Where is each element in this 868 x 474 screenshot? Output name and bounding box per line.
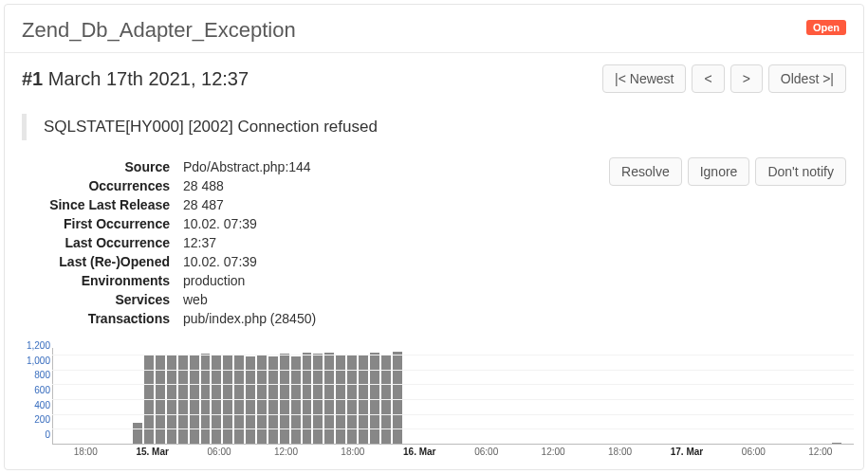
chart-xtick: 12:00 (808, 447, 832, 457)
value-services: web (183, 290, 208, 309)
chart-bar (359, 355, 368, 444)
chart-ytick: 800 (34, 370, 50, 380)
occurrence-chart: 02004006008001,0001,20018:0015. Mar06:00… (14, 348, 854, 462)
error-message: SQLSTATE[HY000] [2002] Connection refuse… (22, 114, 846, 140)
label-environments: Environments (22, 271, 183, 290)
value-transactions: pub/index.php (28450) (183, 309, 316, 328)
chart-xtick: 18:00 (608, 447, 632, 457)
chart-bar (268, 356, 278, 444)
detail-table: SourcePdo/Abstract.php:144 Occurrences28… (22, 157, 316, 328)
chart-bar (291, 356, 301, 444)
occurrence-number: #1 (22, 68, 43, 89)
chart-ytick: 600 (34, 384, 50, 394)
prev-button[interactable]: < (692, 64, 724, 93)
chart-bar (313, 354, 323, 444)
chart-bar (201, 354, 211, 444)
chart-bar (178, 356, 188, 444)
chart-bar (234, 355, 244, 444)
occurrence-datetime: March 17th 2021, 12:37 (48, 68, 249, 89)
chart-xtick: 18:00 (341, 447, 364, 457)
label-last-reopened: Last (Re-)Opened (22, 252, 183, 271)
chart-xtick: 06:00 (208, 447, 231, 457)
value-last-reopened: 10.02. 07:39 (183, 252, 257, 271)
chart-bar (257, 355, 267, 444)
chart-bars (53, 348, 854, 444)
chart-xtick-major: 16. Mar (403, 447, 435, 457)
value-since-last-release: 28 487 (183, 195, 224, 214)
label-source: Source (22, 157, 183, 176)
title-bar: Zend_Db_Adapter_Exception Open (5, 5, 863, 52)
chart-xtick-major: 15. Mar (136, 447, 168, 457)
chart-bar (347, 355, 357, 444)
occurrence-nav: |< Newest < > Oldest >| (602, 64, 846, 93)
detail-row: SourcePdo/Abstract.php:144 Occurrences28… (5, 157, 863, 328)
chart-bar (212, 356, 221, 444)
chart-ytick: 1,200 (27, 339, 50, 350)
next-button[interactable]: > (730, 64, 763, 93)
chart-ytick: 1,000 (27, 355, 50, 365)
chart-bar (393, 352, 402, 444)
label-services: Services (22, 290, 183, 309)
chart-xtick: 12:00 (274, 447, 298, 457)
chart-bar (381, 355, 391, 444)
chart-bar (144, 356, 154, 444)
chart-bar (190, 356, 199, 444)
value-source: Pdo/Abstract.php:144 (183, 157, 311, 176)
chart-bar (246, 356, 255, 444)
label-since-last-release: Since Last Release (22, 195, 183, 214)
newest-button[interactable]: |< Newest (602, 64, 686, 93)
label-transactions: Transactions (22, 309, 183, 328)
chart-xtick: 06:00 (474, 447, 498, 457)
value-environments: production (183, 271, 245, 290)
chart-bar (832, 443, 841, 444)
chart-bar (156, 356, 165, 444)
value-last-occurrence: 12:37 (183, 233, 216, 252)
occurrence-title: #1 March 17th 2021, 12:37 (22, 68, 249, 90)
value-occurrences: 28 488 (183, 176, 224, 195)
resolve-button[interactable]: Resolve (609, 157, 682, 186)
chart-xtick: 12:00 (542, 447, 565, 457)
chart-plot (52, 348, 854, 445)
chart-xtick: 18:00 (74, 447, 98, 457)
label-first-occurrence: First Occurrence (22, 214, 183, 233)
chart-bar (303, 353, 312, 444)
chart-xtick: 06:00 (742, 447, 766, 457)
oldest-button[interactable]: Oldest >| (768, 64, 846, 93)
chart-bar (336, 355, 345, 444)
action-buttons: Resolve Ignore Don't notify (609, 157, 846, 328)
chart-bar (370, 353, 379, 444)
label-occurrences: Occurrences (22, 176, 183, 195)
chart-bar (223, 355, 232, 444)
chart-bar (133, 423, 142, 444)
chart-bar (167, 355, 176, 444)
chart-bar (324, 353, 334, 444)
exception-title: Zend_Db_Adapter_Exception (22, 18, 296, 43)
chart-ytick: 200 (34, 414, 50, 425)
status-badge: Open (806, 20, 846, 35)
chart-ytick: 400 (34, 399, 50, 410)
error-panel: Zend_Db_Adapter_Exception Open #1 March … (4, 4, 864, 470)
ignore-button[interactable]: Ignore (688, 157, 750, 186)
chart-ytick: 0 (45, 429, 50, 440)
dont-notify-button[interactable]: Don't notify (755, 157, 846, 186)
chart-xtick-major: 17. Mar (671, 447, 703, 457)
chart-bar (280, 354, 289, 444)
occurrence-header: #1 March 17th 2021, 12:37 |< Newest < > … (5, 53, 863, 102)
label-last-occurrence: Last Occurrence (22, 233, 183, 252)
value-first-occurrence: 10.02. 07:39 (183, 214, 257, 233)
